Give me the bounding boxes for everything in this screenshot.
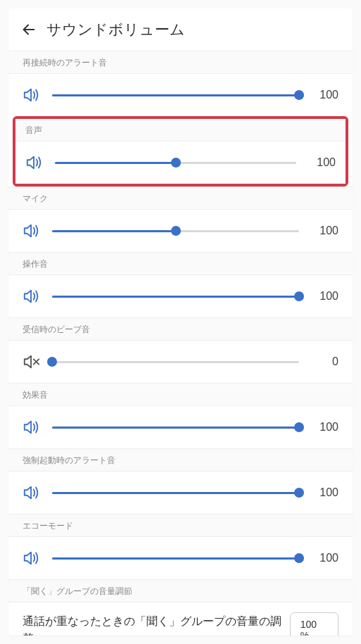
slider-section-label: 強制起動時のアラート音 bbox=[8, 448, 353, 472]
slider-section-label: 再接続時のアラート音 bbox=[8, 51, 353, 74]
slider-section-label: 操作音 bbox=[8, 252, 353, 275]
slider-fill bbox=[52, 296, 299, 298]
speaker-icon bbox=[23, 288, 41, 305]
slider-thumb[interactable] bbox=[171, 158, 181, 168]
slider-fill bbox=[55, 162, 176, 164]
slider-section-label: 受信時のビープ音 bbox=[8, 317, 353, 341]
speaker-icon bbox=[23, 484, 41, 501]
volume-slider[interactable] bbox=[52, 420, 299, 434]
volume-slider[interactable] bbox=[52, 486, 299, 500]
page-title: サウンドボリューム bbox=[46, 20, 185, 39]
slider-value: 100 bbox=[310, 290, 338, 303]
slider-thumb[interactable] bbox=[294, 291, 304, 301]
slider-row: 100 bbox=[8, 74, 353, 116]
slider-section-label: エコーモード bbox=[8, 514, 353, 537]
slider-section-label: 効果音 bbox=[8, 383, 353, 406]
highlighted-slider: 音声 100 bbox=[13, 116, 348, 187]
slider-value: 100 bbox=[308, 156, 336, 169]
slider-thumb[interactable] bbox=[294, 488, 304, 498]
slider-value: 0 bbox=[310, 355, 338, 368]
slider-value: 100 bbox=[310, 89, 338, 101]
back-arrow-icon[interactable] bbox=[21, 22, 37, 37]
slider-thumb[interactable] bbox=[294, 90, 304, 100]
slider-row: 100 bbox=[15, 141, 346, 184]
group-volume-section-label: 「聞く」グループの音量調節 bbox=[8, 579, 353, 602]
slider-track bbox=[52, 361, 299, 363]
speaker-icon bbox=[25, 154, 44, 171]
volume-slider[interactable] bbox=[52, 551, 299, 565]
slider-row: 100 bbox=[8, 472, 353, 514]
volume-slider[interactable] bbox=[52, 88, 299, 102]
speaker-icon bbox=[23, 222, 41, 239]
header: サウンドボリューム bbox=[8, 8, 353, 51]
slider-value: 100 bbox=[310, 486, 338, 499]
volume-slider[interactable] bbox=[52, 224, 299, 238]
group-volume-percent-button[interactable]: 100 % bbox=[290, 612, 338, 636]
slider-value: 100 bbox=[310, 421, 338, 434]
slider-fill bbox=[52, 557, 299, 560]
speaker-icon bbox=[23, 419, 41, 436]
slider-fill bbox=[52, 492, 299, 494]
slider-fill bbox=[52, 94, 299, 96]
volume-slider[interactable] bbox=[52, 289, 299, 303]
slider-section-label: マイク bbox=[8, 187, 353, 210]
slider-row: 100 bbox=[8, 275, 353, 317]
slider-thumb[interactable] bbox=[294, 553, 304, 563]
slider-fill bbox=[52, 230, 176, 232]
speaker-muted-icon bbox=[23, 353, 41, 370]
slider-thumb[interactable] bbox=[47, 357, 57, 367]
group-volume-row: 通話が重なったときの「聞く」グループの音量の調整 100 % bbox=[8, 602, 353, 636]
speaker-icon bbox=[23, 550, 41, 567]
group-volume-text: 通話が重なったときの「聞く」グループの音量の調整 bbox=[23, 613, 290, 636]
slider-row: 100 bbox=[8, 210, 353, 252]
slider-thumb[interactable] bbox=[171, 226, 181, 236]
volume-slider[interactable] bbox=[55, 156, 296, 170]
slider-value: 100 bbox=[310, 552, 338, 564]
slider-row: 100 bbox=[8, 406, 353, 448]
volume-slider[interactable] bbox=[52, 355, 299, 369]
slider-section-label: 音声 bbox=[15, 119, 346, 141]
slider-thumb[interactable] bbox=[294, 422, 304, 432]
slider-row: 100 bbox=[8, 537, 353, 579]
speaker-icon bbox=[23, 87, 41, 103]
slider-row: 0 bbox=[8, 341, 353, 383]
slider-value: 100 bbox=[310, 225, 338, 237]
slider-fill bbox=[52, 427, 299, 429]
